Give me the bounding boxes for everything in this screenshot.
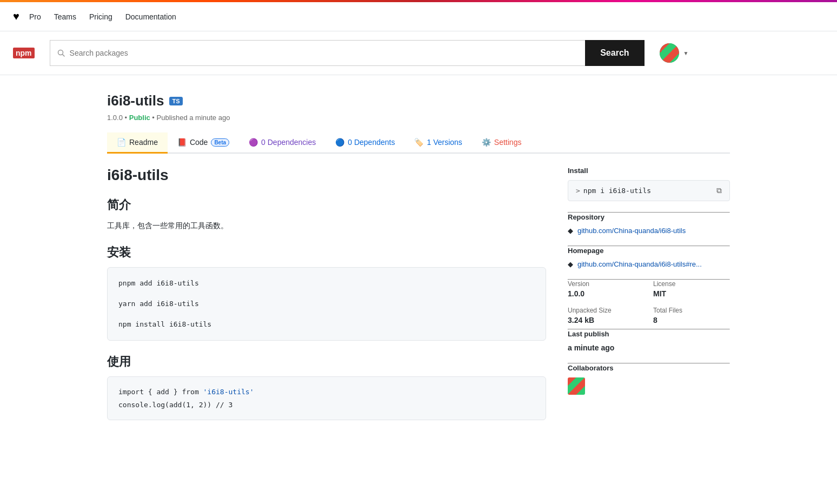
version-label: Version xyxy=(568,280,645,288)
install-cmd-npm: npm install i6i8-utils xyxy=(118,317,535,331)
install-heading: Install xyxy=(568,167,730,175)
repository-url: github.com/China-quanda/i6i8-utils xyxy=(577,227,686,235)
version-value: 1.0.0 xyxy=(568,289,645,298)
usage-line-1: import { add } from 'i6i8-utils' xyxy=(118,386,535,398)
tab-code[interactable]: 📕 Code Beta xyxy=(168,132,239,154)
versions-icon: 🏷️ xyxy=(414,138,423,147)
diamond-icon: ◆ xyxy=(568,227,573,235)
settings-icon: ⚙️ xyxy=(482,138,491,147)
nav-pro[interactable]: Pro xyxy=(29,12,41,21)
meta-separator: • xyxy=(125,114,129,122)
tab-bar: 📄 Readme 📕 Code Beta 🟣 0 Dependencies 🔵 … xyxy=(107,132,730,154)
last-publish-value: a minute ago xyxy=(568,343,730,352)
readme-title: i6i8-utils xyxy=(107,167,546,184)
copy-icon[interactable]: ⧉ xyxy=(716,186,722,195)
homepage-link[interactable]: ◆ github.com/China-quanda/i6i8-utils#re.… xyxy=(568,260,730,268)
search-input[interactable] xyxy=(70,49,579,57)
package-published: Published a minute ago xyxy=(157,114,230,122)
tab-versions[interactable]: 🏷️ 1 Versions xyxy=(404,132,471,154)
last-publish-heading: Last publish xyxy=(568,330,730,338)
total-files-meta: Total Files 8 xyxy=(653,307,730,324)
package-title-row: i6i8-utils TS xyxy=(107,92,730,109)
tab-readme[interactable]: 📄 Readme xyxy=(107,132,168,154)
search-input-wrap xyxy=(50,40,586,66)
total-files-value: 8 xyxy=(653,316,730,324)
heart-icon: ♥ xyxy=(13,10,19,23)
import-text: import { add } from xyxy=(118,388,203,396)
nav-pricing[interactable]: Pricing xyxy=(89,12,112,21)
install-code-block: pnpm add i6i8-utils yarn add i6i8-utils … xyxy=(107,267,546,341)
meta-separator2: • xyxy=(152,114,156,122)
tab-dependents-label: 0 Dependents xyxy=(348,138,395,147)
repository-link[interactable]: ◆ github.com/China-quanda/i6i8-utils xyxy=(568,227,730,235)
collaborators-section: Collaborators xyxy=(568,364,730,396)
main-content: i6i8-utils TS 1.0.0 • Public • Published… xyxy=(94,75,743,427)
install-section: Install >npm i i6i8-utils ⧉ xyxy=(568,167,730,201)
tab-versions-label: 1 Versions xyxy=(427,138,462,147)
package-name: i6i8-utils xyxy=(107,92,164,109)
avatar-image xyxy=(660,43,679,63)
collaborators-heading: Collaborators xyxy=(568,364,730,372)
total-files-label: Total Files xyxy=(653,307,730,314)
main-nav: ♥ Pro Teams Pricing Documentation xyxy=(0,2,837,31)
unpacked-size-label: Unpacked Size xyxy=(568,307,645,314)
search-header: npm Search ▼ xyxy=(0,31,837,75)
avatar[interactable] xyxy=(660,43,679,63)
readme-content: i6i8-utils 简介 工具库，包含一些常用的工具函数。 安装 pnpm a… xyxy=(107,167,546,427)
version-meta: Version 1.0.0 xyxy=(568,280,645,298)
tab-dependents[interactable]: 🔵 0 Dependents xyxy=(326,132,404,154)
license-meta: License MIT xyxy=(653,280,730,298)
import-string: 'i6i8-utils' xyxy=(203,388,254,396)
search-button[interactable]: Search xyxy=(585,40,644,66)
svg-line-1 xyxy=(62,55,64,57)
tab-readme-label: Readme xyxy=(129,138,158,147)
avatar-dropdown-icon: ▼ xyxy=(683,50,689,56)
npm-logo-box: npm xyxy=(13,48,35,58)
tab-settings-label: Settings xyxy=(494,138,522,147)
ts-badge: TS xyxy=(169,97,182,105)
last-publish-section: Last publish a minute ago xyxy=(568,330,730,352)
repository-section: Repository ◆ github.com/China-quanda/i6i… xyxy=(568,213,730,235)
code-icon: 📕 xyxy=(177,138,187,147)
search-icon xyxy=(57,49,65,57)
install-cmd-pnpm: pnpm add i6i8-utils xyxy=(118,276,535,290)
search-form: Search xyxy=(50,40,645,66)
dependencies-icon: 🟣 xyxy=(249,138,258,147)
unpacked-size-meta: Unpacked Size 3.24 kB xyxy=(568,307,645,324)
package-sidebar: Install >npm i i6i8-utils ⧉ Repository ◆… xyxy=(568,167,730,427)
content-area: i6i8-utils 简介 工具库，包含一些常用的工具函数。 安装 pnpm a… xyxy=(107,167,730,427)
readme-section-usage-heading: 使用 xyxy=(107,354,546,370)
license-label: License xyxy=(653,280,730,288)
install-cmd-text: npm i i6i8-utils xyxy=(583,187,651,195)
package-header: i6i8-utils TS 1.0.0 • Public • Published… xyxy=(107,92,730,122)
package-meta: 1.0.0 • Public • Published a minute ago xyxy=(107,114,730,122)
tab-dependencies[interactable]: 🟣 0 Dependencies xyxy=(239,132,326,154)
dependents-icon: 🔵 xyxy=(335,138,344,147)
nav-teams[interactable]: Teams xyxy=(54,12,76,21)
package-visibility: Public xyxy=(129,114,150,122)
beta-badge: Beta xyxy=(211,138,229,147)
tab-code-label: Code xyxy=(190,138,208,147)
homepage-section: Homepage ◆ github.com/China-quanda/i6i8-… xyxy=(568,247,730,268)
readme-section-install-heading: 安装 xyxy=(107,244,546,261)
readme-section-intro-heading: 简介 xyxy=(107,197,546,213)
install-cmd-yarn: yarn add i6i8-utils xyxy=(118,297,535,311)
repository-heading: Repository xyxy=(568,213,730,221)
link-icon: ◆ xyxy=(568,260,573,268)
user-menu[interactable]: ▼ xyxy=(651,43,689,63)
usage-code-block: import { add } from 'i6i8-utils' console… xyxy=(107,376,546,420)
unpacked-size-value: 3.24 kB xyxy=(568,316,645,324)
nav-links: Pro Teams Pricing Documentation xyxy=(29,12,176,21)
install-command-box: >npm i i6i8-utils ⧉ xyxy=(568,180,730,201)
nav-documentation[interactable]: Documentation xyxy=(125,12,176,21)
install-command: >npm i i6i8-utils xyxy=(576,187,651,195)
tab-settings[interactable]: ⚙️ Settings xyxy=(472,132,532,154)
tab-dependencies-label: 0 Dependencies xyxy=(261,138,316,147)
npm-logo: npm xyxy=(13,48,35,58)
console-text: console.log(add(1, 2)) // 3 xyxy=(118,401,232,409)
readme-intro-text: 工具库，包含一些常用的工具函数。 xyxy=(107,220,546,231)
collaborator-avatar[interactable] xyxy=(568,377,585,395)
homepage-heading: Homepage xyxy=(568,247,730,255)
homepage-url: github.com/China-quanda/i6i8-utils#re... xyxy=(577,260,702,268)
readme-icon: 📄 xyxy=(117,138,126,147)
